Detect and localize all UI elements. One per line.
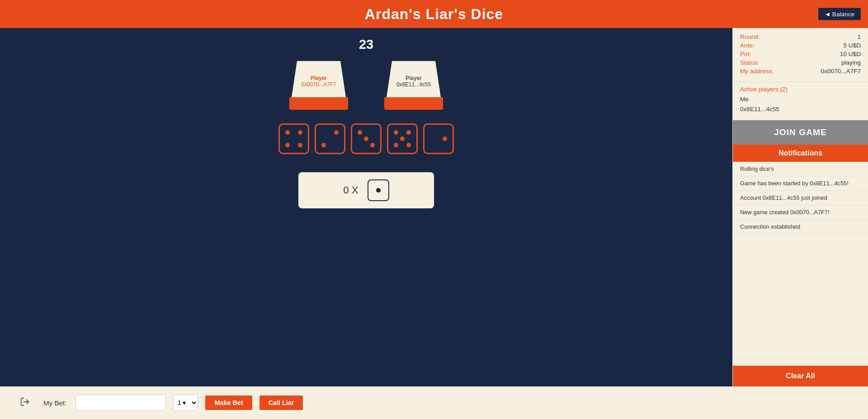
clear-all-button[interactable]: Clear All: [733, 366, 868, 386]
player-label-1: Player: [311, 75, 327, 81]
current-bet-display: 23: [359, 37, 373, 52]
dice-row: [278, 123, 454, 154]
dot: [406, 130, 411, 135]
bet-label: My Bet:: [43, 399, 66, 407]
notifications-list[interactable]: Rolling dice'sGame has been started by 0…: [733, 162, 868, 366]
active-players-section: Active players (2) Me 0x8E11...4c55: [733, 82, 868, 120]
dot: [376, 188, 381, 193]
player-cup-2: Player 0x8E11...4c55: [384, 61, 443, 110]
dot: [298, 143, 302, 147]
dot: [358, 130, 362, 135]
die-5-face: [425, 125, 453, 153]
notification-item: Game has been started by 0x8E11...4c55!: [733, 176, 868, 191]
make-bet-button[interactable]: Make Bet: [205, 395, 252, 410]
round-value: 1: [857, 33, 861, 40]
round-label: Round:: [740, 33, 760, 40]
cup-top-1: Player 0x0070...A7F7: [292, 61, 346, 97]
player-label-2: Player: [406, 75, 422, 81]
die-3-face: [352, 125, 380, 153]
dot: [364, 137, 368, 141]
die-4-face: [388, 125, 416, 153]
pot-label: Pot:: [740, 51, 751, 57]
logout-button[interactable]: [18, 395, 32, 411]
active-player-2: 0x8E11...4c55: [740, 104, 861, 114]
bet-input[interactable]: [75, 395, 166, 411]
status-value: playing: [841, 59, 861, 66]
dot: [370, 143, 375, 147]
active-players-title: Active players (2): [740, 86, 861, 93]
status-label: Status:: [740, 59, 759, 66]
main-layout: 23 Player 0x0070...A7F7 Player 0x8E11...…: [0, 28, 868, 386]
die-2: [315, 123, 345, 154]
notification-item: Connection established: [733, 220, 868, 234]
dot: [394, 130, 398, 135]
right-panel: Round: 1 Ante: 5 U$D Pot: 10 U$D Status:…: [732, 28, 868, 386]
balance-button[interactable]: ◄ Balance: [818, 8, 861, 20]
my-address-label: My address:: [740, 68, 774, 75]
die-3: [351, 123, 382, 154]
game-info: Round: 1 Ante: 5 U$D Pot: 10 U$D Status:…: [733, 28, 868, 82]
player-address-1: 0x0070...A7F7: [301, 81, 336, 88]
player-cup-1: Player 0x0070...A7F7: [289, 61, 348, 110]
dot: [400, 137, 405, 141]
header: Ardan's Liar's Dice ◄ Balance: [0, 0, 868, 28]
notification-item: New game created 0x0070...A7F7!: [733, 205, 868, 220]
dice-select[interactable]: 1 ▾ 2 3 4 5 6: [173, 395, 198, 411]
ante-row: Ante: 5 U$D: [740, 42, 861, 49]
notification-item: Account 0x8E11...4c55 just joined: [733, 191, 868, 205]
dot: [443, 137, 447, 141]
bottom-bar: My Bet: 1 ▾ 2 3 4 5 6 Make Bet Call Liar: [0, 386, 868, 419]
round-row: Round: 1: [740, 33, 861, 40]
players-row: Player 0x0070...A7F7 Player 0x8E11...4c5…: [289, 61, 443, 110]
dot: [285, 143, 290, 147]
notifications-header: Notifications: [733, 145, 868, 162]
die-5: [423, 123, 454, 154]
player-address-2: 0x8E11...4c55: [396, 81, 431, 88]
die-4: [387, 123, 418, 154]
game-area: 23 Player 0x0070...A7F7 Player 0x8E11...…: [0, 28, 732, 386]
bet-die: [368, 179, 389, 201]
dot: [334, 130, 339, 135]
call-liar-button[interactable]: Call Liar: [259, 395, 303, 410]
pot-value: 10 U$D: [840, 51, 861, 57]
cup-top-2: Player 0x8E11...4c55: [387, 61, 441, 97]
active-player-me: Me: [740, 94, 861, 104]
my-address-value: 0x0070...A7F7: [821, 68, 861, 75]
ante-label: Ante:: [740, 42, 755, 49]
die-2-face: [316, 125, 344, 153]
bet-die-face: [368, 180, 388, 200]
dot: [285, 130, 290, 135]
ante-value: 5 U$D: [843, 42, 861, 49]
dot: [394, 143, 398, 147]
dot: [321, 143, 326, 147]
notification-item: Rolling dice's: [733, 162, 868, 176]
address-row: My address: 0x0070...A7F7: [740, 68, 861, 75]
notifications-section: Notifications Rolling dice'sGame has bee…: [733, 145, 868, 366]
join-game-button[interactable]: JOIN GAME: [733, 120, 868, 145]
status-row: Status: playing: [740, 59, 861, 66]
pot-row: Pot: 10 U$D: [740, 51, 861, 57]
cup-bottom-1: [289, 97, 348, 110]
die-1-face: [280, 125, 308, 153]
bet-quantity: 0 X: [343, 184, 359, 196]
bet-display: 0 X: [298, 172, 434, 208]
cup-bottom-2: [384, 97, 443, 110]
page-title: Ardan's Liar's Dice: [365, 6, 503, 23]
dot: [406, 143, 411, 147]
dot: [298, 130, 302, 135]
die-1: [278, 123, 309, 154]
